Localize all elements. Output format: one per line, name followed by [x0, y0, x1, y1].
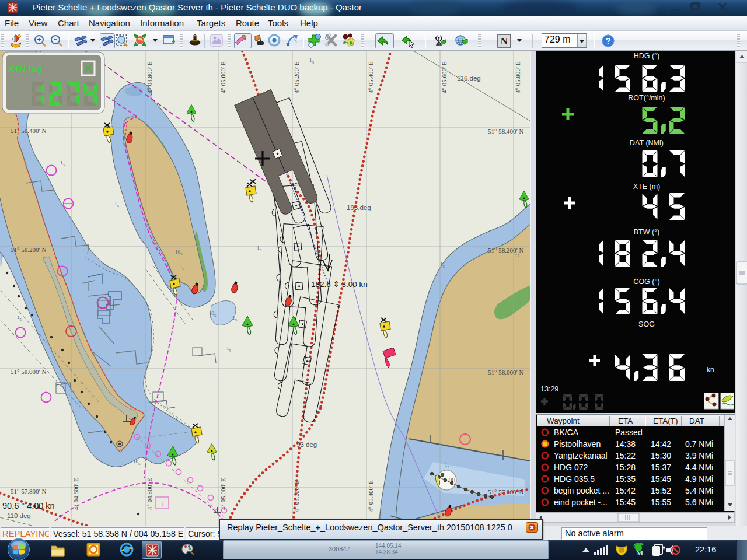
- svg-text:4° 05.400′ E: 4° 05.400′ E: [367, 61, 374, 93]
- svg-text:XTN (m): XTN (m): [8, 64, 42, 74]
- svg-text:51° 58.400′ N: 51° 58.400′ N: [488, 128, 524, 135]
- svg-text:4° 05.800′ E: 4° 05.800′ E: [514, 61, 521, 93]
- svg-text:HDG (°): HDG (°): [634, 52, 660, 60]
- svg-text:4° 05.600′ E: 4° 05.600′ E: [441, 61, 448, 93]
- svg-text:193.deg: 193.deg: [347, 204, 371, 211]
- svg-text:N: N: [501, 36, 508, 47]
- svg-text:4° 05.400′ E: 4° 05.400′ E: [367, 480, 374, 512]
- svg-text:51° 58.200′ N: 51° 58.200′ N: [11, 246, 47, 253]
- svg-text:116.deg: 116.deg: [457, 75, 481, 82]
- svg-text:51° 58.000′ N: 51° 58.000′ N: [11, 368, 47, 375]
- svg-text:93 deg: 93 deg: [296, 441, 317, 448]
- svg-text:4° 05.000′ E: 4° 05.000′ E: [219, 61, 226, 93]
- svg-text:51° 58.000′ N: 51° 58.000′ N: [488, 369, 524, 376]
- svg-text:13:29: 13:29: [540, 385, 558, 393]
- svg-text:XTE (m): XTE (m): [633, 183, 661, 191]
- svg-text:COG (°): COG (°): [633, 278, 659, 286]
- svg-text:4° 05.200′ E: 4° 05.200′ E: [293, 61, 300, 93]
- svg-text:51° 57.800′ N: 51° 57.800′ N: [11, 488, 47, 495]
- svg-text:110 deg: 110 deg: [7, 512, 31, 519]
- svg-text:4° 05.000′ E: 4° 05.000′ E: [219, 478, 226, 510]
- svg-text:51° 58.400′ N: 51° 58.400′ N: [11, 127, 47, 134]
- svg-text:?: ?: [606, 36, 611, 46]
- svg-text:BTW (°): BTW (°): [634, 228, 660, 236]
- svg-text:90.6 ° 4.00 kn: 90.6 ° 4.00 kn: [2, 501, 55, 510]
- svg-text:i: i: [161, 499, 163, 508]
- svg-text:182.6 ⇕ 3.00 kn: 182.6 ⇕ 3.00 kn: [311, 280, 368, 289]
- svg-text:DAT (NMi): DAT (NMi): [630, 139, 664, 147]
- svg-text:M: M: [636, 548, 643, 557]
- svg-text:ROT(°/min): ROT(°/min): [628, 94, 665, 102]
- svg-text:SOG: SOG: [638, 320, 655, 328]
- svg-text:kn: kn: [707, 366, 714, 374]
- svg-text:4° 04.800′ E: 4° 04.800′ E: [146, 61, 153, 93]
